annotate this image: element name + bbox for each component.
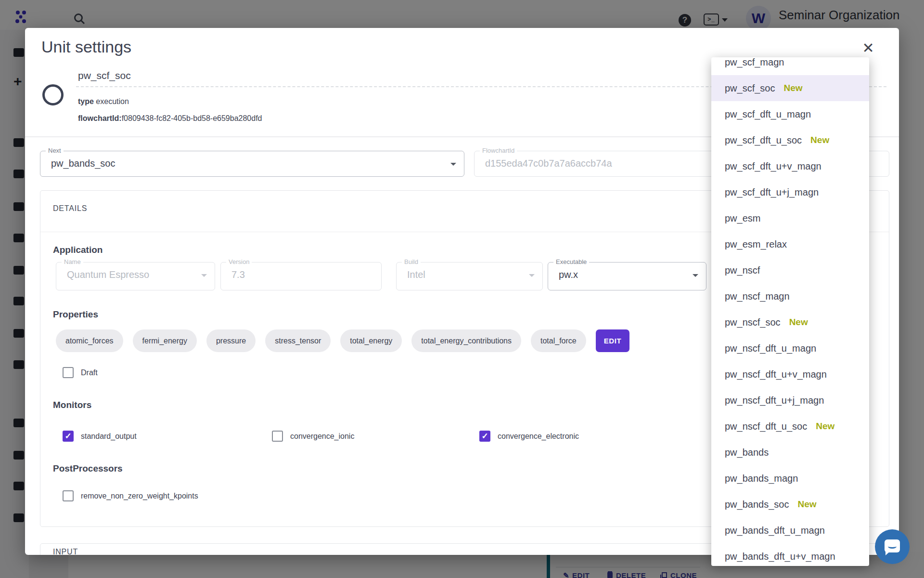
dropdown-list: pw_scf_magn pw_scf_socNew pw_scf_dft_u_m… — [711, 57, 869, 566]
input-header: INPUT — [53, 548, 78, 555]
application-build-select: Build Intel — [396, 262, 543, 290]
dropdown-option[interactable]: pw_esm_relax — [711, 231, 869, 257]
dropdown-option[interactable]: pw_esm — [711, 205, 869, 231]
dropdown-option[interactable]: pw_scf_dft_u_magn — [711, 101, 869, 127]
draft-checkbox-row[interactable]: Draft — [63, 367, 98, 378]
convergence-ionic-checkbox[interactable] — [272, 431, 283, 442]
monitor-row[interactable]: convergence_ionic — [272, 431, 354, 442]
new-badge: New — [789, 317, 808, 328]
dropdown-option[interactable]: pw_bands — [711, 439, 869, 465]
flowchartid-label: FlowchartId — [480, 147, 517, 154]
field-label: Executable — [553, 258, 589, 265]
convergence-electronic-checkbox[interactable]: ✓ — [479, 431, 490, 442]
dropdown-option[interactable]: pw_bands_dft_u+v_magn — [711, 543, 869, 566]
property-chip[interactable]: total_energy_contributions — [411, 329, 521, 352]
dropdown-option[interactable]: pw_nscf_socNew — [711, 309, 869, 335]
new-badge: New — [784, 83, 803, 93]
field-value: Quantum Espresso — [67, 269, 149, 280]
property-chip[interactable]: pressure — [206, 329, 256, 352]
dropdown-option[interactable]: pw_bands_magn — [711, 465, 869, 491]
property-chip[interactable]: total_force — [531, 329, 586, 352]
property-chip[interactable]: total_energy — [340, 329, 402, 352]
unit-type-icon — [42, 84, 64, 105]
chevron-down-icon — [201, 274, 207, 277]
monitor-row[interactable]: ✓ convergence_electronic — [479, 431, 579, 442]
chevron-down-icon — [529, 274, 535, 277]
application-name-select: Name Quantum Espresso — [56, 262, 215, 290]
close-icon[interactable]: ✕ — [860, 39, 877, 57]
properties-chips: atomic_forces fermi_energy pressure stre… — [56, 329, 629, 352]
next-select[interactable]: Next pw_bands_soc — [40, 151, 464, 177]
draft-checkbox[interactable] — [63, 367, 74, 378]
chevron-down-icon[interactable] — [450, 163, 456, 166]
monitor-label: standard_output — [81, 432, 137, 441]
next-select-value: pw_bands_soc — [51, 158, 115, 169]
chat-launcher-button[interactable] — [875, 529, 910, 564]
monitors-heading: Monitors — [53, 400, 91, 410]
field-value: pw.x — [559, 269, 578, 280]
application-version-select: Version 7.3 — [220, 262, 382, 290]
new-badge: New — [816, 421, 834, 432]
postprocessors-heading: PostProcessors — [53, 463, 123, 474]
monitor-row[interactable]: ✓ standard_output — [63, 431, 137, 442]
new-badge: New — [797, 499, 816, 510]
unit-flowchart-row: flowchartId:f0809438-fc82-405b-bd58-e659… — [78, 114, 262, 123]
application-executable-select[interactable]: Executable pw.x — [548, 262, 706, 290]
modal-title: Unit settings — [41, 38, 131, 56]
dropdown-option[interactable]: pw_nscf — [711, 257, 869, 283]
edit-properties-button[interactable]: EDIT — [596, 329, 630, 352]
field-value: 7.3 — [231, 269, 245, 280]
field-label: Build — [402, 258, 421, 265]
dropdown-option[interactable]: pw_nscf_dft_u_socNew — [711, 413, 869, 439]
field-label: Name — [62, 258, 83, 265]
chat-bubble-icon — [885, 539, 900, 552]
property-chip[interactable]: fermi_energy — [133, 329, 197, 352]
postprocessor-row[interactable]: remove_non_zero_weight_kpoints — [63, 490, 198, 501]
details-header: DETAILS — [53, 204, 87, 213]
chevron-down-icon[interactable] — [693, 274, 698, 277]
dropdown-option[interactable]: pw_scf_dft_u+j_magn — [711, 179, 869, 205]
field-label: Version — [226, 258, 252, 265]
next-select-label: Next — [46, 147, 64, 154]
dropdown-option-selected[interactable]: pw_scf_socNew — [711, 75, 869, 101]
properties-heading: Properties — [53, 309, 98, 320]
next-unit-dropdown: pw_scf_magn pw_scf_socNew pw_scf_dft_u_m… — [711, 57, 869, 566]
dropdown-option[interactable]: pw_scf_dft_u+v_magn — [711, 153, 869, 179]
flowchartid-value: d155eda47c0b7a7a6accb74a — [485, 158, 612, 169]
dropdown-option[interactable]: pw_nscf_dft_u_magn — [711, 335, 869, 361]
application-heading: Application — [53, 245, 103, 255]
remove-kpoints-checkbox[interactable] — [63, 490, 74, 501]
property-chip[interactable]: atomic_forces — [56, 329, 123, 352]
standard-output-checkbox[interactable]: ✓ — [63, 431, 74, 442]
monitor-label: convergence_electronic — [498, 432, 579, 441]
dropdown-option[interactable]: pw_bands_dft_u_magn — [711, 517, 869, 543]
dropdown-option[interactable]: pw_nscf_magn — [711, 283, 869, 309]
dropdown-option[interactable]: pw_scf_magn — [711, 57, 869, 75]
postprocessor-label: remove_non_zero_weight_kpoints — [81, 492, 198, 500]
unit-name[interactable]: pw_scf_soc — [78, 70, 131, 81]
property-chip[interactable]: stress_tensor — [265, 329, 331, 352]
unit-type-row: type execution — [78, 97, 129, 106]
monitor-label: convergence_ionic — [290, 432, 354, 441]
dropdown-option[interactable]: pw_nscf_dft_u+v_magn — [711, 361, 869, 387]
draft-label: Draft — [81, 368, 98, 377]
new-badge: New — [810, 135, 829, 145]
dropdown-option[interactable]: pw_bands_socNew — [711, 491, 869, 517]
dropdown-option[interactable]: pw_scf_dft_u_socNew — [711, 127, 869, 153]
field-value: Intel — [407, 269, 425, 280]
dropdown-option[interactable]: pw_nscf_dft_u+j_magn — [711, 387, 869, 413]
